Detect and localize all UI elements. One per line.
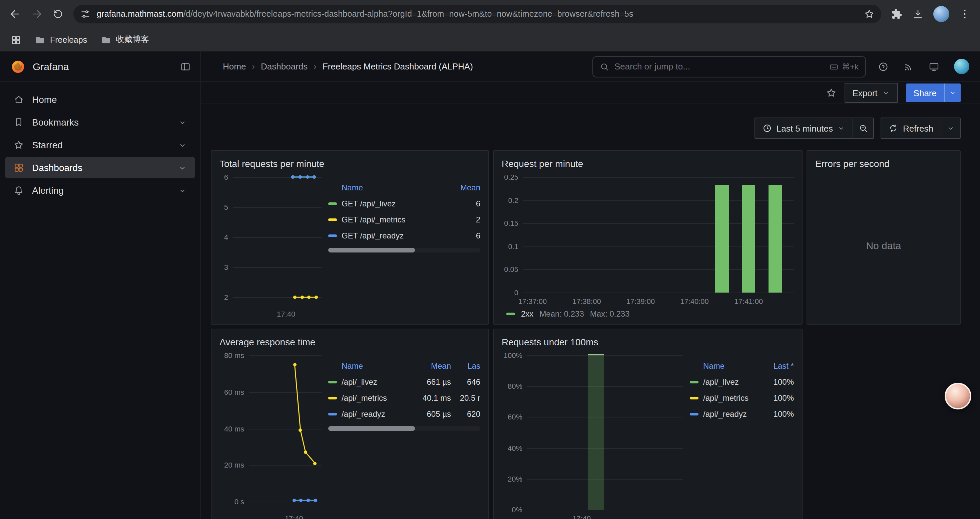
legend-header-name[interactable]: Name (328, 183, 451, 192)
series-toggle[interactable]: /api/_readyz (328, 409, 421, 419)
chevron-down-icon[interactable] (178, 141, 187, 149)
legend-header-mean[interactable]: Mean (456, 183, 480, 192)
legend-header-last[interactable]: Las (456, 361, 480, 371)
favorite-star-icon[interactable] (826, 88, 836, 98)
legend-row: /api/_metrics 100% (690, 390, 794, 406)
panel-average-response-time: Average response time 80 ms60 ms40 ms20 … (211, 329, 489, 519)
legend-row: GET /api/_metrics 2 (328, 212, 480, 228)
menu-kebab-icon[interactable] (959, 8, 970, 20)
export-button[interactable]: Export (844, 83, 898, 103)
bookmark-icon (13, 117, 24, 128)
series-toggle[interactable]: /api/_readyz (690, 409, 765, 419)
scrollbar-thumb[interactable] (328, 248, 415, 252)
breadcrumb-separator: › (313, 61, 317, 72)
apps-grid-icon[interactable] (11, 34, 21, 45)
refresh-interval-caret[interactable] (941, 118, 961, 139)
series-swatch (690, 397, 698, 399)
site-info-icon[interactable] (80, 9, 91, 19)
sidebar-item-starred[interactable]: Starred (5, 134, 195, 156)
legend-header-mean[interactable]: Mean (427, 361, 451, 371)
panel-title[interactable]: Request per minute (502, 156, 794, 172)
dock-sidebar-icon[interactable] (180, 61, 191, 72)
bookmark-folder-freeleaps[interactable]: Freeleaps (35, 34, 87, 45)
floating-assistant-avatar[interactable] (945, 383, 971, 409)
sidebar-item-alerting[interactable]: Alerting (5, 180, 195, 201)
chevron-down-icon[interactable] (178, 186, 187, 195)
request-per-minute-chart: 0.250.20.150.10.050 17:37:0017:38:0017:3… (502, 172, 794, 306)
downloads-icon[interactable] (912, 8, 924, 20)
scrollbar-thumb[interactable] (328, 426, 415, 431)
series-toggle[interactable]: /api/_metrics (690, 393, 765, 403)
chevron-down-icon[interactable] (178, 118, 187, 126)
y-tick-label: 2 (224, 293, 228, 301)
legend-row: /api/_livez 100% (690, 374, 794, 390)
zoom-out-button[interactable] (853, 118, 874, 139)
series-bar (716, 185, 729, 292)
series-toggle[interactable]: GET /api/_metrics (328, 215, 451, 224)
series-toggle[interactable]: /api/_livez (690, 377, 765, 387)
back-button[interactable] (10, 8, 21, 20)
sidebar-item-bookmarks[interactable]: Bookmarks (5, 112, 195, 133)
bookmarks-bar: Freeleaps 收藏博客 (0, 28, 980, 52)
panel-title[interactable]: Errors per second (815, 156, 952, 172)
refresh-sync-icon (889, 124, 898, 133)
legend-header-name[interactable]: Name (328, 361, 422, 371)
user-avatar[interactable] (954, 59, 969, 74)
help-icon[interactable] (878, 61, 889, 72)
panel-title[interactable]: Average response time (220, 334, 480, 350)
series-swatch (328, 413, 337, 415)
profile-avatar[interactable] (933, 6, 949, 22)
bell-icon (13, 185, 24, 196)
breadcrumb-current: Freeleaps Metrics Dashboard (ALPHA) (323, 61, 473, 72)
legend-header-row: Name Last * (690, 358, 794, 374)
y-tick-label: 6 (224, 173, 228, 181)
y-tick-label: 100% (504, 351, 522, 359)
legend-scrollbar[interactable] (328, 248, 480, 252)
series-mean: 6 (456, 231, 480, 241)
gridline (527, 448, 683, 449)
grafana-logo[interactable] (11, 59, 25, 74)
breadcrumb-dashboards[interactable]: Dashboards (261, 61, 307, 72)
legend-scrollbar[interactable] (328, 426, 480, 431)
share-button[interactable]: Share (906, 83, 944, 102)
gridline (523, 177, 794, 178)
series-swatch (690, 381, 698, 383)
legend-header-row: Name Mean (328, 180, 480, 196)
series-bar (742, 185, 756, 292)
series-toggle[interactable]: GET /api/_livez (328, 199, 451, 208)
panel-title[interactable]: Requests under 100ms (502, 334, 794, 350)
legend-inline: 2xx Mean: 0.233 Max: 0.233 (502, 307, 794, 319)
series-swatch (328, 381, 337, 383)
panel-title[interactable]: Total requests per minute (220, 156, 480, 172)
x-axis: 17:37:0017:38:0017:39:0017:40:0017:41:00 (523, 294, 794, 306)
reload-button[interactable] (52, 8, 64, 20)
panel-request-per-minute: Request per minute 0.250.20.150.10.050 1… (493, 150, 803, 325)
sidebar-item-dashboards[interactable]: Dashboards (5, 157, 195, 178)
extensions-icon[interactable] (891, 8, 903, 20)
breadcrumb-home[interactable]: Home (223, 61, 246, 72)
monitor-icon[interactable] (929, 61, 939, 72)
news-rss-icon[interactable] (903, 61, 914, 72)
search-input[interactable]: Search or jump to... ⌘+k (592, 56, 866, 77)
y-tick-label: 60% (508, 413, 522, 421)
legend-header-last[interactable]: Last * (770, 361, 794, 371)
forward-button[interactable] (31, 8, 43, 20)
series-toggle[interactable]: GET /api/_readyz (328, 231, 451, 241)
series-toggle[interactable]: /api/_metrics (328, 393, 417, 403)
series-mean-stat: Mean: 0.233 (539, 309, 584, 319)
sidebar-item-home[interactable]: Home (5, 89, 195, 110)
series-toggle[interactable]: 2xx (521, 309, 533, 319)
legend-header-name[interactable]: Name (690, 361, 765, 371)
series-point (313, 175, 316, 179)
bookmark-star-icon[interactable] (864, 9, 875, 19)
legend-table: Name Last * /api/_livez 100% /api/_metri… (690, 350, 794, 519)
series-swatch (328, 235, 337, 237)
refresh-button[interactable]: Refresh (881, 118, 941, 139)
chevron-down-icon[interactable] (178, 163, 187, 172)
plot-inner (233, 177, 321, 297)
url-bar[interactable]: grafana.mathmast.com/d/deytv4rwavabkb/fr… (73, 5, 881, 23)
series-toggle[interactable]: /api/_livez (328, 377, 421, 387)
share-menu-caret[interactable] (944, 83, 961, 102)
bookmark-folder-blogs[interactable]: 收藏博客 (100, 34, 149, 45)
time-range-picker[interactable]: Last 5 minutes (754, 118, 854, 139)
